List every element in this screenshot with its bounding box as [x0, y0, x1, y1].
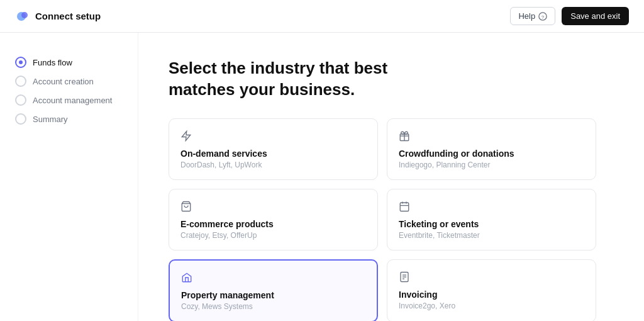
card-icon-on-demand: [180, 129, 366, 142]
topbar: Connect setup Help ? Save and exit: [0, 0, 644, 33]
card-icon-invoicing: [399, 270, 584, 283]
sidebar-item-funds-flow[interactable]: Funds flow: [15, 53, 123, 72]
sidebar: Funds flow Account creation Account mana…: [0, 33, 138, 321]
card-invoicing[interactable]: Invoicing Invoice2go, Xero: [387, 259, 596, 321]
page-title: Select the industry that bestmatches you…: [169, 58, 614, 101]
card-title-crowdfunding: Crowdfunding or donations: [399, 149, 584, 159]
main-content: Select the industry that bestmatches you…: [138, 33, 644, 321]
card-grid: On-demand services DoorDash, Lyft, UpWor…: [169, 118, 596, 321]
sidebar-label-account-creation: Account creation: [33, 77, 94, 86]
sidebar-item-summary[interactable]: Summary: [15, 110, 123, 128]
card-ecommerce[interactable]: E-commerce products Cratejoy, Etsy, Offe…: [169, 189, 378, 251]
card-property[interactable]: Property management Cozy, Mews Systems: [169, 259, 378, 321]
card-title-on-demand: On-demand services: [180, 149, 366, 159]
card-title-ecommerce: E-commerce products: [180, 219, 366, 229]
card-icon-ecommerce: [180, 200, 366, 213]
svg-marker-4: [182, 131, 191, 140]
sidebar-label-account-management: Account management: [33, 96, 112, 105]
svg-point-1: [21, 12, 28, 18]
card-title-invoicing: Invoicing: [399, 290, 584, 300]
sidebar-item-account-management[interactable]: Account management: [15, 91, 123, 110]
step-circle-account-management: [15, 94, 26, 106]
svg-text:?: ?: [541, 14, 545, 20]
topbar-right: Help ? Save and exit: [510, 7, 629, 25]
card-icon-ticketing: [399, 200, 584, 213]
card-subtitle-invoicing: Invoice2go, Xero: [399, 301, 584, 310]
step-circle-summary: [15, 113, 26, 125]
help-circle-icon: ?: [538, 12, 547, 21]
card-icon-crowdfunding: [399, 129, 584, 142]
logo-icon: [15, 9, 30, 24]
sidebar-label-funds-flow: Funds flow: [33, 58, 72, 67]
card-subtitle-ecommerce: Cratejoy, Etsy, OfferUp: [180, 231, 366, 240]
layout: Funds flow Account creation Account mana…: [0, 33, 644, 321]
card-subtitle-on-demand: DoorDash, Lyft, UpWork: [180, 160, 366, 169]
card-subtitle-ticketing: Eventbrite, Ticketmaster: [399, 231, 584, 240]
card-on-demand[interactable]: On-demand services DoorDash, Lyft, UpWor…: [169, 118, 378, 180]
card-crowdfunding[interactable]: Crowdfunding or donations Indiegogo, Pla…: [387, 118, 596, 180]
step-circle-account-creation: [15, 76, 26, 87]
card-subtitle-crowdfunding: Indiegogo, Planning Center: [399, 160, 584, 169]
card-ticketing[interactable]: Ticketing or events Eventbrite, Ticketma…: [387, 189, 596, 251]
save-exit-button[interactable]: Save and exit: [562, 7, 629, 25]
help-button[interactable]: Help ?: [510, 7, 555, 25]
sidebar-item-account-creation[interactable]: Account creation: [15, 72, 123, 91]
app-title: Connect setup: [35, 11, 101, 21]
sidebar-label-summary: Summary: [33, 115, 68, 124]
card-title-ticketing: Ticketing or events: [399, 219, 584, 229]
card-icon-property: [181, 271, 365, 284]
card-subtitle-property: Cozy, Mews Systems: [181, 302, 365, 311]
svg-rect-9: [400, 203, 409, 211]
topbar-left: Connect setup: [15, 9, 101, 24]
step-circle-funds-flow: [15, 57, 26, 68]
card-title-property: Property management: [181, 290, 365, 300]
